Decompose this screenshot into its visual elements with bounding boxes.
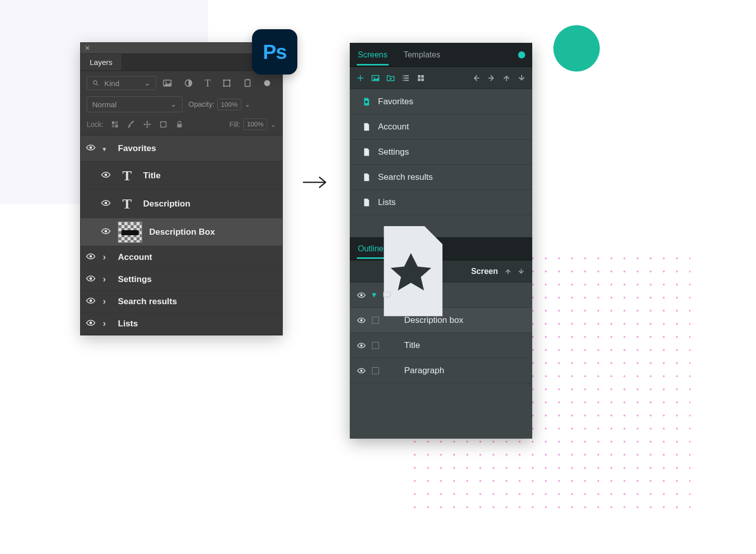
layer-group-lists[interactable]: Lists: [81, 313, 282, 335]
visibility-icon[interactable]: [357, 291, 366, 300]
svg-rect-26: [418, 75, 420, 78]
chevron-down-icon[interactable]: [103, 145, 111, 153]
arrow-down-icon[interactable]: [517, 74, 526, 83]
add-icon[interactable]: [356, 74, 365, 83]
layer-group-settings[interactable]: Settings: [81, 268, 282, 291]
lock-all-icon[interactable]: [175, 120, 184, 129]
layer-name: Description Box: [149, 227, 215, 237]
opacity-input[interactable]: 100%: [217, 99, 241, 110]
adjustment-filter-icon[interactable]: [183, 78, 194, 88]
layer-description-box[interactable]: Description Box: [81, 218, 282, 246]
image-filter-icon[interactable]: [162, 78, 172, 88]
fill-input[interactable]: 100%: [243, 118, 267, 130]
outline-name: Paragraph: [404, 366, 444, 376]
image-icon[interactable]: [371, 74, 380, 83]
close-icon[interactable]: ✕: [85, 44, 90, 52]
tab-layers[interactable]: Layers: [81, 54, 122, 71]
svg-point-6: [229, 80, 230, 81]
favorite-page-icon: [362, 97, 371, 107]
arrow-down-icon[interactable]: [517, 267, 525, 275]
kind-filter-select[interactable]: Kind ⌄: [87, 76, 156, 90]
svg-rect-27: [421, 75, 424, 78]
visibility-icon[interactable]: [86, 319, 96, 329]
blend-mode-select[interactable]: Normal ⌄: [87, 96, 182, 112]
arrow-left-icon[interactable]: [472, 74, 481, 83]
grid-view-icon[interactable]: [416, 74, 425, 83]
screen-item-lists[interactable]: Lists: [350, 190, 532, 215]
chevron-down-icon[interactable]: ▾: [372, 290, 376, 300]
svg-point-23: [90, 321, 92, 324]
svg-point-19: [105, 230, 107, 232]
chevron-right-icon[interactable]: [103, 296, 111, 307]
outline-item-paragraph[interactable]: Paragraph: [350, 358, 532, 383]
svg-point-17: [105, 173, 107, 176]
visibility-icon[interactable]: [357, 341, 366, 350]
screen-name: Favorites: [378, 97, 413, 107]
layer-name: Favorites: [118, 144, 156, 154]
shape-filter-icon[interactable]: [222, 78, 232, 88]
svg-point-21: [90, 277, 92, 280]
visibility-icon[interactable]: [357, 366, 366, 375]
visibility-icon[interactable]: [86, 274, 96, 285]
layer-title[interactable]: T Title: [81, 162, 282, 190]
visibility-icon[interactable]: [86, 297, 96, 307]
svg-point-25: [374, 77, 375, 78]
layer-name: Settings: [118, 274, 152, 285]
visibility-icon[interactable]: [101, 199, 111, 209]
layer-group-search-results[interactable]: Search results: [81, 291, 282, 313]
arrow-right-icon[interactable]: [487, 74, 496, 83]
chevron-right-icon[interactable]: [103, 274, 111, 285]
page-icon: [362, 122, 371, 132]
type-filter-icon[interactable]: T: [205, 78, 211, 89]
chevron-right-icon[interactable]: [103, 318, 111, 329]
layer-description[interactable]: T Description: [81, 190, 282, 218]
layer-group-account[interactable]: Account: [81, 246, 282, 268]
teal-circle: [553, 25, 600, 72]
screen-item-account[interactable]: Account: [350, 114, 532, 140]
svg-point-32: [360, 319, 363, 321]
kind-label: Kind: [104, 79, 119, 88]
shape-layer-thumb: [118, 222, 142, 243]
fill-label: Fill:: [229, 120, 240, 128]
visibility-icon[interactable]: [357, 316, 366, 325]
svg-point-34: [360, 369, 363, 372]
outline-screen-row[interactable]: Screen: [350, 260, 532, 283]
arrow-up-icon[interactable]: [502, 74, 511, 83]
svg-point-8: [229, 85, 230, 87]
outline-name: Title: [404, 340, 420, 351]
app-toolbar: [350, 67, 532, 89]
add-folder-icon[interactable]: [386, 74, 395, 83]
lock-move-icon[interactable]: [143, 120, 152, 129]
chevron-down-icon[interactable]: ⌄: [270, 120, 276, 128]
arrow-up-icon[interactable]: [504, 267, 512, 275]
svg-rect-15: [177, 124, 182, 127]
visibility-icon[interactable]: [86, 144, 96, 154]
screen-item-settings[interactable]: Settings: [350, 140, 532, 165]
visibility-icon[interactable]: [101, 171, 111, 181]
lock-artboard-icon[interactable]: [159, 120, 168, 129]
visibility-icon[interactable]: [101, 227, 111, 237]
visibility-icon[interactable]: [86, 252, 96, 262]
list-view-icon[interactable]: [401, 74, 410, 83]
svg-rect-13: [115, 124, 118, 127]
svg-rect-4: [224, 80, 230, 86]
screen-item-search-results[interactable]: Search results: [350, 165, 532, 190]
chevron-right-icon[interactable]: [103, 252, 111, 262]
lock-brush-icon[interactable]: [127, 120, 136, 129]
svg-rect-9: [245, 80, 250, 86]
smart-filter-icon[interactable]: [243, 78, 253, 88]
blend-mode-value: Normal: [92, 100, 116, 109]
svg-rect-10: [112, 121, 114, 124]
outline-item-title[interactable]: Title: [350, 333, 532, 358]
svg-rect-31: [384, 292, 391, 297]
chevron-down-icon[interactable]: ⌄: [244, 100, 250, 108]
favorite-page-icon: [357, 217, 465, 325]
filter-toggle-icon[interactable]: [264, 80, 270, 86]
screen-item-favorites[interactable]: Favorites: [350, 89, 532, 114]
lock-transparency-icon[interactable]: [110, 120, 119, 129]
layer-name: Title: [143, 171, 161, 181]
layer-group-favorites[interactable]: Favorites: [81, 135, 282, 162]
tab-screens[interactable]: Screens: [357, 44, 389, 65]
tab-templates[interactable]: Templates: [403, 44, 442, 65]
svg-rect-29: [421, 78, 424, 81]
